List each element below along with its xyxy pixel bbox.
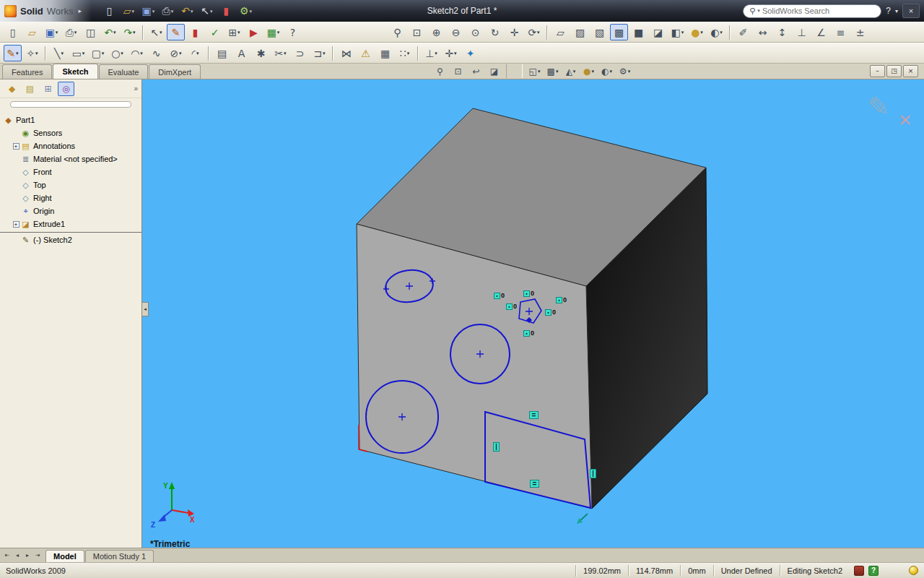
zoom-to-fit-button[interactable]: ⚲ xyxy=(432,64,448,78)
search-dropdown-icon[interactable]: ▾ xyxy=(757,8,760,14)
shaded-with-edges-button[interactable]: ▩ xyxy=(610,24,628,40)
fully-define-sketch-button[interactable]: ≡ xyxy=(832,24,850,40)
tree-item-sketch2[interactable]: ✎ (-) Sketch2 xyxy=(0,233,141,246)
tree-item-extrude1[interactable]: + ◪ Extrude1 xyxy=(0,217,141,230)
undo-button[interactable]: ↶ ▾ xyxy=(178,3,196,20)
select-button[interactable]: ↖ ▾ xyxy=(147,24,165,40)
save-button[interactable]: ▣ ▾ xyxy=(139,3,157,20)
display-style-button[interactable]: ▩ ▾ xyxy=(544,64,561,78)
tree-item-part1[interactable]: ◆ Part1 xyxy=(0,113,141,126)
vertical-dimension-button[interactable]: ↕ xyxy=(773,24,791,40)
rebuild-button[interactable]: ▮ xyxy=(217,3,235,20)
wireframe-button[interactable]: ▱ xyxy=(552,24,570,40)
sketch-button[interactable]: ✎ ▾ xyxy=(4,45,22,61)
circle-tool-button[interactable]: ○ ▾ xyxy=(108,45,126,61)
tree-item-right-plane[interactable]: ◇ Right xyxy=(0,191,141,204)
rotate-view-button[interactable]: ⟳ ▾ xyxy=(525,24,543,40)
coincident-relation-badge[interactable]: ▪ 0 xyxy=(523,290,534,297)
vertical-relation-badge[interactable]: | xyxy=(590,469,596,478)
search-box[interactable]: ⚲ ▾ xyxy=(743,4,881,18)
tree-filter-input[interactable] xyxy=(10,101,131,108)
print-preview-button[interactable]: ◫ xyxy=(82,24,100,40)
section-view-button[interactable]: ◪ xyxy=(649,24,667,40)
open-document-button[interactable]: ▱ ▾ xyxy=(120,3,138,20)
hidden-lines-removed-button[interactable]: ▧ xyxy=(590,24,609,40)
search-input[interactable] xyxy=(762,7,875,15)
coincident-relation-badge[interactable]: ▪ 0 xyxy=(523,329,534,337)
scene-button[interactable]: ◐ ▾ xyxy=(707,24,725,40)
last-tab-button[interactable]: ⇥ xyxy=(32,550,43,561)
smart-dimension-button[interactable]: ✧ ▾ xyxy=(23,45,41,61)
rapid-sketch-button[interactable]: ✦ xyxy=(461,45,479,61)
minimize-button[interactable]: – xyxy=(870,65,885,77)
print-button[interactable]: ⎙ ▾ xyxy=(159,3,177,20)
sketch-toggle-button[interactable]: ✎ xyxy=(167,24,185,40)
print-button[interactable]: ⎙ ▾ xyxy=(62,24,80,40)
configurationmanager-tab[interactable]: ⊞ xyxy=(40,82,56,96)
tab-evaluate[interactable]: Evaluate xyxy=(99,64,149,79)
check-button[interactable]: ✓ xyxy=(206,24,224,40)
mirror-entities-button[interactable]: ⋈ xyxy=(337,45,355,61)
convert-entities-button[interactable]: ⊃ xyxy=(291,45,309,61)
graphics-viewport[interactable]: ◂ xyxy=(142,79,924,548)
motion-study-button[interactable]: ▶ xyxy=(245,24,263,40)
next-tab-button[interactable]: ▸ xyxy=(22,550,32,561)
hide-show-items-button[interactable]: ◭ ▾ xyxy=(562,64,579,78)
expander-icon[interactable]: + xyxy=(13,143,19,150)
panel-collapse-arrow[interactable]: ◂ xyxy=(142,302,149,316)
help-button[interactable]: ? xyxy=(886,6,891,16)
dimxpertmanager-tab[interactable]: ◎ xyxy=(58,82,74,96)
quick-tips-icon[interactable] xyxy=(909,566,918,575)
menu-flyout-arrow[interactable]: ▸ xyxy=(78,7,82,14)
tab-features[interactable]: Features xyxy=(2,64,52,79)
move-entities-button[interactable]: ✛ ▾ xyxy=(442,45,460,61)
close-button[interactable]: × xyxy=(903,65,918,77)
tree-item-material[interactable]: ≣ Material <not specified> xyxy=(0,152,141,165)
hidden-lines-visible-button[interactable]: ▨ xyxy=(571,24,589,40)
view-settings-button[interactable]: ⚙ ▾ xyxy=(616,64,633,78)
edit-appearance-button[interactable]: ● ▾ xyxy=(580,64,597,78)
sketch-picture-button[interactable]: ▤ xyxy=(213,45,231,61)
select-button[interactable]: ↖ ▾ xyxy=(198,3,216,20)
appearances-button[interactable]: ● ▾ xyxy=(688,24,706,40)
redo-button[interactable]: ↷ ▾ xyxy=(121,24,139,40)
offset-entities-button[interactable]: ⊐ ▾ xyxy=(310,45,328,61)
pan-button[interactable]: ✛ xyxy=(505,24,523,40)
add-relation-button[interactable]: ⊥ xyxy=(793,24,811,40)
help-dropdown-icon[interactable]: ▾ xyxy=(895,8,898,14)
ellipse-tool-button[interactable]: ⊘ ▾ xyxy=(167,45,185,61)
zoom-to-area-button[interactable]: ⊡ xyxy=(408,24,426,40)
coincident-relation-badge[interactable]: ▪ 0 xyxy=(556,296,567,303)
point-tool-button[interactable]: ✱ xyxy=(252,45,270,61)
display-delete-relations-button[interactable]: ⊥ ▾ xyxy=(422,45,440,61)
equal-relation-badge[interactable]: = xyxy=(530,480,539,488)
view-orientation-button[interactable]: ◱ ▾ xyxy=(526,64,543,78)
sketch-fillet-button[interactable]: ◜ ▾ xyxy=(186,45,204,61)
tree-item-top-plane[interactable]: ◇ Top xyxy=(0,178,141,191)
model-tab[interactable]: Model xyxy=(45,550,84,562)
panel-overflow-button[interactable]: » xyxy=(134,85,138,92)
zoom-out-button[interactable]: ⊖ xyxy=(447,24,465,40)
zoom-to-area-button[interactable]: ⊡ xyxy=(450,64,466,78)
tolerance-button[interactable]: ± xyxy=(851,24,869,40)
vertical-relation-badge[interactable]: | xyxy=(493,442,500,452)
propertymanager-tab[interactable]: ▤ xyxy=(22,82,38,96)
restore-button[interactable]: ◳ xyxy=(886,65,902,77)
shadows-button[interactable]: ◧ ▾ xyxy=(668,24,687,40)
help-status-icon[interactable]: ? xyxy=(868,566,879,576)
rebuild-button[interactable]: ▮ xyxy=(186,24,204,40)
tree-item-front-plane[interactable]: ◇ Front xyxy=(0,165,141,178)
app-close-button[interactable]: × xyxy=(902,4,920,18)
new-document-button[interactable]: ▯ xyxy=(4,24,22,40)
spline-tool-button[interactable]: ∿ xyxy=(147,45,165,61)
tree-item-annotations[interactable]: + ▤ Annotations xyxy=(0,139,141,152)
equal-relation-badge[interactable]: = xyxy=(529,411,539,419)
tree-item-origin[interactable]: ⌖ Origin xyxy=(0,204,141,217)
smart-dimension-button[interactable]: ✐ xyxy=(734,24,752,40)
save-button[interactable]: ▣ ▾ xyxy=(43,24,61,40)
tab-sketch[interactable]: Sketch xyxy=(53,64,97,79)
refresh-view-button[interactable]: ↻ xyxy=(486,24,504,40)
shaded-button[interactable]: ■ xyxy=(629,24,648,40)
featuremanager-tree-tab[interactable]: ◆ xyxy=(4,82,20,96)
coincident-relation-badge[interactable]: ▪ 0 xyxy=(494,292,505,299)
